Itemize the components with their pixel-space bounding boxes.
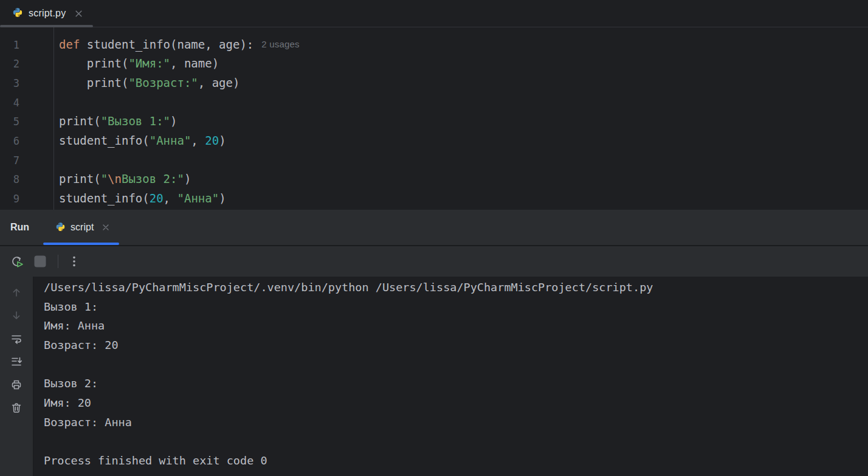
console-output[interactable]: /Users/lissa/PyCharmMiscProject/.venv/bi…: [33, 277, 868, 476]
console-line: /Users/lissa/PyCharmMiscProject/.venv/bi…: [44, 278, 868, 297]
python-icon: [12, 8, 23, 19]
line-number[interactable]: 9: [0, 191, 53, 205]
rerun-icon: [10, 254, 24, 269]
line-number[interactable]: 6: [0, 134, 53, 147]
run-toolbar: [0, 246, 868, 277]
run-tab-title: script: [71, 222, 94, 233]
line-number[interactable]: 5: [0, 114, 53, 128]
console-line: Имя: Анна: [44, 316, 868, 336]
console-line: Вызов 1:: [44, 297, 868, 317]
code-line[interactable]: 7: [0, 150, 868, 170]
close-icon[interactable]: [74, 9, 83, 18]
run-tab-script[interactable]: script: [43, 210, 119, 245]
arrow-up-icon: [10, 286, 22, 298]
soft-wrap-icon: [10, 333, 22, 345]
scroll-to-end-icon: [10, 356, 22, 368]
console-toolbar: [0, 277, 33, 476]
usages-inlay-hint[interactable]: 2 usages: [261, 39, 299, 49]
line-number[interactable]: 1: [0, 38, 53, 51]
more-vertical-icon: [67, 254, 81, 269]
scroll-to-end-button[interactable]: [10, 355, 23, 368]
toolbar-separator: [58, 255, 58, 268]
gutter-divider: [53, 27, 54, 210]
clear-trash-icon: [10, 402, 22, 414]
editor-tab-bar: script.py: [0, 0, 868, 27]
active-tab-underline: [43, 243, 119, 245]
editor-tab-title: script.py: [29, 8, 66, 19]
console-line: Вызов 2:: [44, 374, 868, 393]
clear-console-button[interactable]: [10, 401, 23, 415]
console-line: [44, 355, 868, 374]
line-number[interactable]: 3: [0, 76, 53, 89]
code-line[interactable]: 5print("Вызов 1:"): [0, 112, 868, 131]
code-line[interactable]: 9student_info(20, "Анна"): [0, 188, 868, 208]
code-line[interactable]: 3 print("Возраст:", age): [0, 73, 868, 92]
close-icon[interactable]: [101, 222, 111, 232]
prev-occurrence-button[interactable]: [10, 286, 23, 299]
code-line[interactable]: 1def student_info(name, age):2 usages: [0, 35, 868, 54]
python-icon: [55, 222, 66, 233]
console-line: Возраст: 20: [44, 336, 868, 355]
stop-button[interactable]: [32, 254, 48, 269]
code-editor[interactable]: 1def student_info(name, age):2 usages2 p…: [0, 27, 868, 210]
line-number[interactable]: 7: [0, 153, 53, 167]
print-button[interactable]: [10, 378, 23, 391]
console-line: Process finished with exit code 0: [44, 451, 868, 471]
console-line: Возраст: Анна: [44, 413, 868, 432]
next-occurrence-button[interactable]: [10, 309, 23, 322]
code-line[interactable]: 4: [0, 92, 868, 112]
print-icon: [10, 379, 22, 391]
arrow-down-icon: [10, 309, 22, 322]
console-line: [44, 432, 868, 452]
rerun-button[interactable]: [9, 254, 25, 269]
code-lines: 1def student_info(name, age):2 usages2 p…: [0, 35, 868, 208]
more-options-button[interactable]: [66, 254, 82, 269]
code-line[interactable]: 8print("\nВызов 2:"): [0, 169, 868, 188]
code-line[interactable]: 6student_info("Анна", 20): [0, 131, 868, 150]
line-number[interactable]: 8: [0, 172, 53, 185]
console-panel: /Users/lissa/PyCharmMiscProject/.venv/bi…: [0, 277, 868, 476]
pycharm-window: script.py 1def student_info(name, age):2…: [0, 0, 868, 476]
stop-icon: [33, 254, 47, 269]
console-line: Имя: 20: [44, 393, 868, 413]
code-line[interactable]: 2 print("Имя:", name): [0, 54, 868, 74]
line-number[interactable]: 2: [0, 57, 53, 70]
editor-tab-script-py[interactable]: script.py: [0, 0, 93, 27]
run-tool-window-header: Run script: [0, 210, 868, 246]
line-number[interactable]: 4: [0, 95, 53, 109]
soft-wrap-button[interactable]: [10, 332, 23, 345]
run-tool-window-title: Run: [10, 222, 29, 233]
